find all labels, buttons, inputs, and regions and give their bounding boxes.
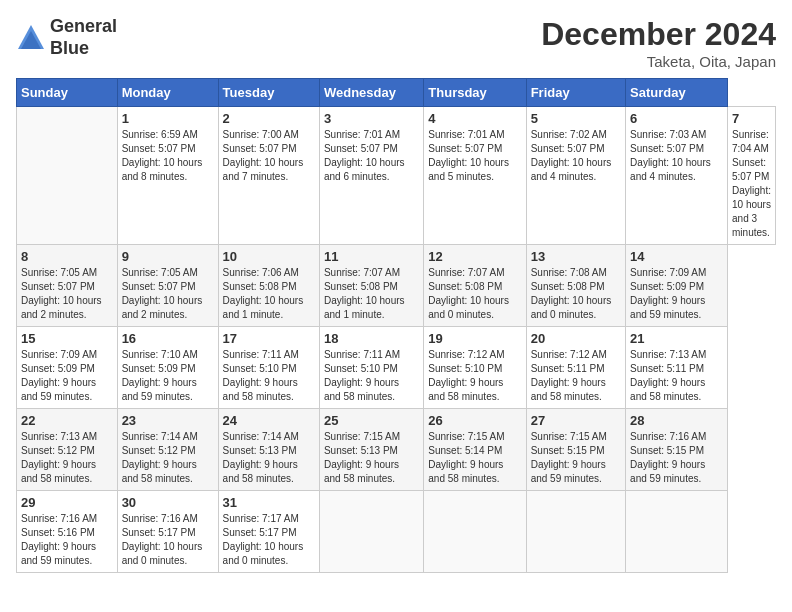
weekday-header-saturday: Saturday — [626, 79, 728, 107]
day-info: Sunrise: 7:16 AM Sunset: 5:17 PM Dayligh… — [122, 512, 214, 568]
day-cell-13: 13Sunrise: 7:08 AM Sunset: 5:08 PM Dayli… — [526, 245, 625, 327]
day-number: 28 — [630, 413, 723, 428]
day-number: 7 — [732, 111, 771, 126]
day-cell-7: 7Sunrise: 7:04 AM Sunset: 5:07 PM Daylig… — [728, 107, 776, 245]
empty-cell — [526, 491, 625, 573]
day-cell-11: 11Sunrise: 7:07 AM Sunset: 5:08 PM Dayli… — [319, 245, 423, 327]
day-info: Sunrise: 6:59 AM Sunset: 5:07 PM Dayligh… — [122, 128, 214, 184]
calendar-week-4: 22Sunrise: 7:13 AM Sunset: 5:12 PM Dayli… — [17, 409, 776, 491]
day-number: 15 — [21, 331, 113, 346]
day-cell-22: 22Sunrise: 7:13 AM Sunset: 5:12 PM Dayli… — [17, 409, 118, 491]
weekday-row: SundayMondayTuesdayWednesdayThursdayFrid… — [17, 79, 776, 107]
day-cell-20: 20Sunrise: 7:12 AM Sunset: 5:11 PM Dayli… — [526, 327, 625, 409]
day-number: 19 — [428, 331, 521, 346]
day-number: 8 — [21, 249, 113, 264]
day-cell-30: 30Sunrise: 7:16 AM Sunset: 5:17 PM Dayli… — [117, 491, 218, 573]
day-cell-1: 1Sunrise: 6:59 AM Sunset: 5:07 PM Daylig… — [117, 107, 218, 245]
logo: General Blue — [16, 16, 117, 59]
day-cell-2: 2Sunrise: 7:00 AM Sunset: 5:07 PM Daylig… — [218, 107, 319, 245]
day-cell-27: 27Sunrise: 7:15 AM Sunset: 5:15 PM Dayli… — [526, 409, 625, 491]
day-info: Sunrise: 7:09 AM Sunset: 5:09 PM Dayligh… — [21, 348, 113, 404]
day-number: 3 — [324, 111, 419, 126]
day-number: 2 — [223, 111, 315, 126]
day-number: 24 — [223, 413, 315, 428]
empty-cell — [319, 491, 423, 573]
calendar-header: SundayMondayTuesdayWednesdayThursdayFrid… — [17, 79, 776, 107]
day-number: 30 — [122, 495, 214, 510]
day-cell-4: 4Sunrise: 7:01 AM Sunset: 5:07 PM Daylig… — [424, 107, 526, 245]
logo-line1: General — [50, 16, 117, 38]
logo-text: General Blue — [50, 16, 117, 59]
day-number: 10 — [223, 249, 315, 264]
day-info: Sunrise: 7:07 AM Sunset: 5:08 PM Dayligh… — [324, 266, 419, 322]
day-info: Sunrise: 7:17 AM Sunset: 5:17 PM Dayligh… — [223, 512, 315, 568]
day-cell-23: 23Sunrise: 7:14 AM Sunset: 5:12 PM Dayli… — [117, 409, 218, 491]
day-info: Sunrise: 7:14 AM Sunset: 5:13 PM Dayligh… — [223, 430, 315, 486]
day-number: 5 — [531, 111, 621, 126]
day-cell-29: 29Sunrise: 7:16 AM Sunset: 5:16 PM Dayli… — [17, 491, 118, 573]
day-info: Sunrise: 7:03 AM Sunset: 5:07 PM Dayligh… — [630, 128, 723, 184]
day-info: Sunrise: 7:01 AM Sunset: 5:07 PM Dayligh… — [428, 128, 521, 184]
day-cell-6: 6Sunrise: 7:03 AM Sunset: 5:07 PM Daylig… — [626, 107, 728, 245]
day-cell-17: 17Sunrise: 7:11 AM Sunset: 5:10 PM Dayli… — [218, 327, 319, 409]
day-info: Sunrise: 7:09 AM Sunset: 5:09 PM Dayligh… — [630, 266, 723, 322]
day-number: 22 — [21, 413, 113, 428]
day-info: Sunrise: 7:14 AM Sunset: 5:12 PM Dayligh… — [122, 430, 214, 486]
empty-cell — [424, 491, 526, 573]
day-number: 11 — [324, 249, 419, 264]
day-cell-28: 28Sunrise: 7:16 AM Sunset: 5:15 PM Dayli… — [626, 409, 728, 491]
empty-cell — [17, 107, 118, 245]
day-number: 31 — [223, 495, 315, 510]
calendar-week-1: 1Sunrise: 6:59 AM Sunset: 5:07 PM Daylig… — [17, 107, 776, 245]
day-info: Sunrise: 7:01 AM Sunset: 5:07 PM Dayligh… — [324, 128, 419, 184]
day-number: 17 — [223, 331, 315, 346]
day-number: 18 — [324, 331, 419, 346]
calendar-week-5: 29Sunrise: 7:16 AM Sunset: 5:16 PM Dayli… — [17, 491, 776, 573]
day-number: 13 — [531, 249, 621, 264]
day-cell-24: 24Sunrise: 7:14 AM Sunset: 5:13 PM Dayli… — [218, 409, 319, 491]
day-info: Sunrise: 7:13 AM Sunset: 5:11 PM Dayligh… — [630, 348, 723, 404]
day-info: Sunrise: 7:15 AM Sunset: 5:13 PM Dayligh… — [324, 430, 419, 486]
day-cell-18: 18Sunrise: 7:11 AM Sunset: 5:10 PM Dayli… — [319, 327, 423, 409]
calendar-table: SundayMondayTuesdayWednesdayThursdayFrid… — [16, 78, 776, 573]
day-info: Sunrise: 7:06 AM Sunset: 5:08 PM Dayligh… — [223, 266, 315, 322]
weekday-header-wednesday: Wednesday — [319, 79, 423, 107]
day-cell-14: 14Sunrise: 7:09 AM Sunset: 5:09 PM Dayli… — [626, 245, 728, 327]
calendar-week-3: 15Sunrise: 7:09 AM Sunset: 5:09 PM Dayli… — [17, 327, 776, 409]
day-cell-3: 3Sunrise: 7:01 AM Sunset: 5:07 PM Daylig… — [319, 107, 423, 245]
day-cell-12: 12Sunrise: 7:07 AM Sunset: 5:08 PM Dayli… — [424, 245, 526, 327]
day-info: Sunrise: 7:10 AM Sunset: 5:09 PM Dayligh… — [122, 348, 214, 404]
calendar-week-2: 8Sunrise: 7:05 AM Sunset: 5:07 PM Daylig… — [17, 245, 776, 327]
day-info: Sunrise: 7:13 AM Sunset: 5:12 PM Dayligh… — [21, 430, 113, 486]
day-info: Sunrise: 7:11 AM Sunset: 5:10 PM Dayligh… — [223, 348, 315, 404]
day-number: 27 — [531, 413, 621, 428]
day-cell-31: 31Sunrise: 7:17 AM Sunset: 5:17 PM Dayli… — [218, 491, 319, 573]
weekday-header-sunday: Sunday — [17, 79, 118, 107]
day-cell-15: 15Sunrise: 7:09 AM Sunset: 5:09 PM Dayli… — [17, 327, 118, 409]
day-info: Sunrise: 7:05 AM Sunset: 5:07 PM Dayligh… — [21, 266, 113, 322]
day-cell-9: 9Sunrise: 7:05 AM Sunset: 5:07 PM Daylig… — [117, 245, 218, 327]
day-cell-10: 10Sunrise: 7:06 AM Sunset: 5:08 PM Dayli… — [218, 245, 319, 327]
month-title: December 2024 — [541, 16, 776, 53]
day-cell-19: 19Sunrise: 7:12 AM Sunset: 5:10 PM Dayli… — [424, 327, 526, 409]
day-number: 23 — [122, 413, 214, 428]
day-info: Sunrise: 7:12 AM Sunset: 5:11 PM Dayligh… — [531, 348, 621, 404]
empty-cell — [626, 491, 728, 573]
day-info: Sunrise: 7:07 AM Sunset: 5:08 PM Dayligh… — [428, 266, 521, 322]
calendar-body: 1Sunrise: 6:59 AM Sunset: 5:07 PM Daylig… — [17, 107, 776, 573]
weekday-header-friday: Friday — [526, 79, 625, 107]
day-number: 20 — [531, 331, 621, 346]
day-info: Sunrise: 7:12 AM Sunset: 5:10 PM Dayligh… — [428, 348, 521, 404]
day-number: 16 — [122, 331, 214, 346]
weekday-header-monday: Monday — [117, 79, 218, 107]
day-number: 21 — [630, 331, 723, 346]
logo-line2: Blue — [50, 38, 117, 60]
day-cell-25: 25Sunrise: 7:15 AM Sunset: 5:13 PM Dayli… — [319, 409, 423, 491]
day-info: Sunrise: 7:00 AM Sunset: 5:07 PM Dayligh… — [223, 128, 315, 184]
day-info: Sunrise: 7:16 AM Sunset: 5:16 PM Dayligh… — [21, 512, 113, 568]
day-number: 4 — [428, 111, 521, 126]
day-info: Sunrise: 7:11 AM Sunset: 5:10 PM Dayligh… — [324, 348, 419, 404]
day-info: Sunrise: 7:02 AM Sunset: 5:07 PM Dayligh… — [531, 128, 621, 184]
day-info: Sunrise: 7:05 AM Sunset: 5:07 PM Dayligh… — [122, 266, 214, 322]
weekday-header-tuesday: Tuesday — [218, 79, 319, 107]
